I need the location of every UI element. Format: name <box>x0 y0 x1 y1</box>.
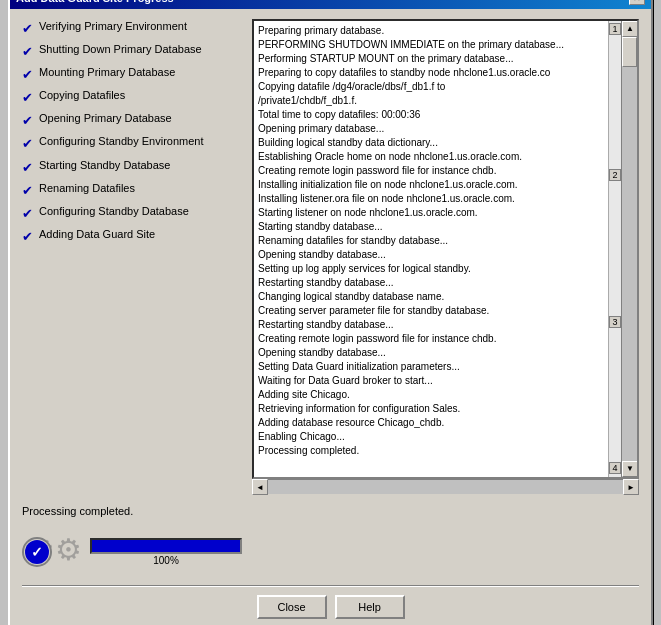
help-button[interactable]: Help <box>335 595 405 619</box>
log-line-15: Renaming datafiles for standby database.… <box>258 234 604 248</box>
log-line-8: Building logical standby data dictionary… <box>258 136 604 150</box>
step-label-mount: Mounting Primary Database <box>39 65 175 80</box>
bottom-section: Processing completed. ✓ ⚙⚙ 100% <box>22 505 639 577</box>
log-container: Preparing primary database.PERFORMING SH… <box>252 19 639 479</box>
hscroll-track[interactable] <box>268 480 623 494</box>
log-line-21: Restarting standby database... <box>258 318 604 332</box>
step-label-verify: Verifying Primary Environment <box>39 19 187 34</box>
log-line-3: Preparing to copy datafiles to standby n… <box>258 66 604 80</box>
main-window: Add Data Guard Site Progress ✕ ✔ Verifyi… <box>8 0 653 625</box>
scroll-up-button[interactable]: ▲ <box>622 21 638 37</box>
step-label-config-db: Configuring Standby Database <box>39 204 189 219</box>
step-label-start-standby: Starting Standby Database <box>39 158 170 173</box>
log-line-12: Installing listener.ora file on node nhc… <box>258 192 604 206</box>
scroll-thumb[interactable] <box>622 37 637 67</box>
log-line-20: Creating server parameter file for stand… <box>258 304 604 318</box>
status-area: Processing completed. ✓ ⚙⚙ 100% <box>22 505 242 577</box>
log-line-24: Setting Data Guard initialization parame… <box>258 360 604 374</box>
log-line-1: PERFORMING SHUTDOWN IMMEDIATE on the pri… <box>258 38 604 52</box>
step-check-open: ✔ <box>22 112 33 130</box>
step-check-config-standby: ✔ <box>22 135 33 153</box>
step-item-config-standby: ✔ Configuring Standby Environment <box>22 134 242 153</box>
log-line-10: Creating remote login password file for … <box>258 164 604 178</box>
step-item-shutdown: ✔ Shutting Down Primary Database <box>22 42 242 61</box>
step-label-config-standby: Configuring Standby Environment <box>39 134 203 149</box>
scroll-down-button[interactable]: ▼ <box>622 461 638 477</box>
title-bar: Add Data Guard Site Progress ✕ <box>10 0 651 9</box>
hscroll-right-button[interactable]: ► <box>623 479 639 495</box>
log-line-27: Retrieving information for configuration… <box>258 402 604 416</box>
log-line-4: Copying datafile /dg4/oracle/dbs/f_db1.f… <box>258 80 604 94</box>
step-check-shutdown: ✔ <box>22 43 33 61</box>
step-check-rename: ✔ <box>22 182 33 200</box>
step-item-add-site: ✔ Adding Data Guard Site <box>22 227 242 246</box>
step-item-verify: ✔ Verifying Primary Environment <box>22 19 242 38</box>
log-line-29: Enabling Chicago... <box>258 430 604 444</box>
log-line-2: Performing STARTUP MOUNT on the primary … <box>258 52 604 66</box>
log-line-13: Starting listener on node nhclone1.us.or… <box>258 206 604 220</box>
hscroll-left-button[interactable]: ◄ <box>252 479 268 495</box>
divider <box>22 585 639 587</box>
log-panel: Preparing primary database.PERFORMING SH… <box>252 19 639 495</box>
log-line-22: Creating remote login password file for … <box>258 332 604 346</box>
log-line-0: Preparing primary database. <box>258 24 604 38</box>
close-button[interactable]: ✕ <box>629 0 645 5</box>
step-label-open: Opening Primary Database <box>39 111 172 126</box>
steps-panel: ✔ Verifying Primary Environment ✔ Shutti… <box>22 19 242 495</box>
log-scrollbar: ▲ ▼ <box>621 21 637 477</box>
close-button[interactable]: Close <box>257 595 327 619</box>
log-line-6: Total time to copy datafiles: 00:00:36 <box>258 108 604 122</box>
gear-icon-area: ✓ ⚙⚙ <box>22 527 82 577</box>
step-item-mount: ✔ Mounting Primary Database <box>22 65 242 84</box>
log-line-11: Installing initialization file on node n… <box>258 178 604 192</box>
title-bar-controls: ✕ <box>629 0 645 5</box>
section-marker-1: 1 <box>609 23 621 35</box>
log-line-30: Processing completed. <box>258 444 604 458</box>
progress-bar-outer <box>90 538 242 554</box>
main-layout: ✔ Verifying Primary Environment ✔ Shutti… <box>22 19 639 495</box>
processing-text: Processing completed. <box>22 505 242 517</box>
check-circle: ✓ <box>22 537 52 567</box>
step-label-rename: Renaming Datafiles <box>39 181 135 196</box>
log-line-9: Establishing Oracle home on node nhclone… <box>258 150 604 164</box>
log-line-18: Restarting standby database... <box>258 276 604 290</box>
log-text-area[interactable]: Preparing primary database.PERFORMING SH… <box>254 21 608 477</box>
window-title: Add Data Guard Site Progress <box>16 0 174 4</box>
step-item-start-standby: ✔ Starting Standby Database <box>22 158 242 177</box>
step-check-add-site: ✔ <box>22 228 33 246</box>
step-check-start-standby: ✔ <box>22 159 33 177</box>
step-check-verify: ✔ <box>22 20 33 38</box>
step-item-open: ✔ Opening Primary Database <box>22 111 242 130</box>
step-label-copy: Copying Datafiles <box>39 88 125 103</box>
log-line-7: Opening primary database... <box>258 122 604 136</box>
log-line-5: /private1/chdb/f_db1.f. <box>258 94 604 108</box>
log-line-14: Starting standby database... <box>258 220 604 234</box>
section-marker-3: 3 <box>609 316 621 328</box>
log-line-25: Waiting for Data Guard broker to start..… <box>258 374 604 388</box>
log-line-16: Opening standby database... <box>258 248 604 262</box>
step-check-config-db: ✔ <box>22 205 33 223</box>
step-check-copy: ✔ <box>22 89 33 107</box>
section-marker-2: 2 <box>609 169 621 181</box>
step-item-config-db: ✔ Configuring Standby Database <box>22 204 242 223</box>
log-line-23: Opening standby database... <box>258 346 604 360</box>
section-marker-4: 4 <box>609 462 621 474</box>
log-line-17: Setting up log apply services for logica… <box>258 262 604 276</box>
log-line-28: Adding database resource Chicago_chdb. <box>258 416 604 430</box>
step-item-rename: ✔ Renaming Datafiles <box>22 181 242 200</box>
window-content: ✔ Verifying Primary Environment ✔ Shutti… <box>10 9 651 626</box>
check-circle-inner: ✓ <box>25 540 49 564</box>
log-line-26: Adding site Chicago. <box>258 388 604 402</box>
progress-label: 100% <box>153 555 179 566</box>
scroll-track[interactable] <box>622 37 637 461</box>
step-label-shutdown: Shutting Down Primary Database <box>39 42 202 57</box>
step-item-copy: ✔ Copying Datafiles <box>22 88 242 107</box>
step-check-mount: ✔ <box>22 66 33 84</box>
icon-progress-row: ✓ ⚙⚙ 100% <box>22 527 242 577</box>
steps-container: ✔ Verifying Primary Environment ✔ Shutti… <box>22 19 242 247</box>
log-hscrollbar: ◄ ► <box>252 479 639 495</box>
step-label-add-site: Adding Data Guard Site <box>39 227 155 242</box>
buttons-row: Close Help <box>22 595 639 626</box>
progress-bar-fill <box>92 540 240 552</box>
progress-bar-container: 100% <box>90 538 242 566</box>
